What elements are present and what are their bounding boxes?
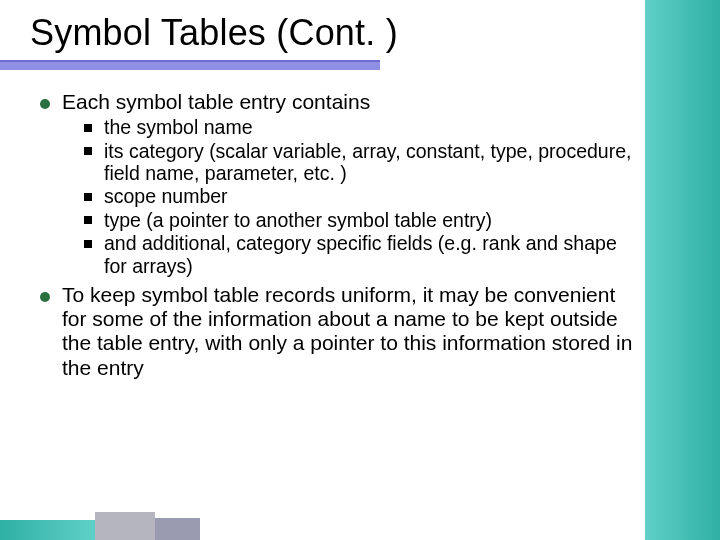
side-accent-band bbox=[645, 0, 720, 540]
deco-block-teal bbox=[0, 520, 95, 540]
sub-bullet-item: the symbol name bbox=[84, 116, 635, 138]
slide-body: Each symbol table entry contains the sym… bbox=[38, 90, 635, 386]
corner-decoration bbox=[0, 512, 200, 540]
bullet-text: Each symbol table entry contains bbox=[62, 90, 370, 113]
sub-bullet-text: type (a pointer to another symbol table … bbox=[104, 209, 492, 231]
sub-bullet-text: the symbol name bbox=[104, 116, 253, 138]
bullet-text: To keep symbol table records uniform, it… bbox=[62, 283, 632, 378]
sub-bullet-list: the symbol name its category (scalar var… bbox=[62, 116, 635, 277]
slide-title: Symbol Tables (Cont. ) bbox=[30, 12, 398, 54]
bullet-item: To keep symbol table records uniform, it… bbox=[38, 283, 635, 380]
title-underline bbox=[0, 60, 380, 70]
sub-bullet-item: and additional, category specific fields… bbox=[84, 232, 635, 277]
deco-block-grey bbox=[95, 512, 155, 540]
sub-bullet-item: scope number bbox=[84, 185, 635, 207]
sub-bullet-text: and additional, category specific fields… bbox=[104, 232, 617, 276]
sub-bullet-item: its category (scalar variable, array, co… bbox=[84, 140, 635, 185]
bullet-list: Each symbol table entry contains the sym… bbox=[38, 90, 635, 380]
sub-bullet-text: scope number bbox=[104, 185, 228, 207]
sub-bullet-item: type (a pointer to another symbol table … bbox=[84, 209, 635, 231]
bullet-item: Each symbol table entry contains the sym… bbox=[38, 90, 635, 277]
deco-block-grey2 bbox=[155, 518, 200, 540]
sub-bullet-text: its category (scalar variable, array, co… bbox=[104, 140, 631, 184]
slide: Symbol Tables (Cont. ) Each symbol table… bbox=[0, 0, 720, 540]
